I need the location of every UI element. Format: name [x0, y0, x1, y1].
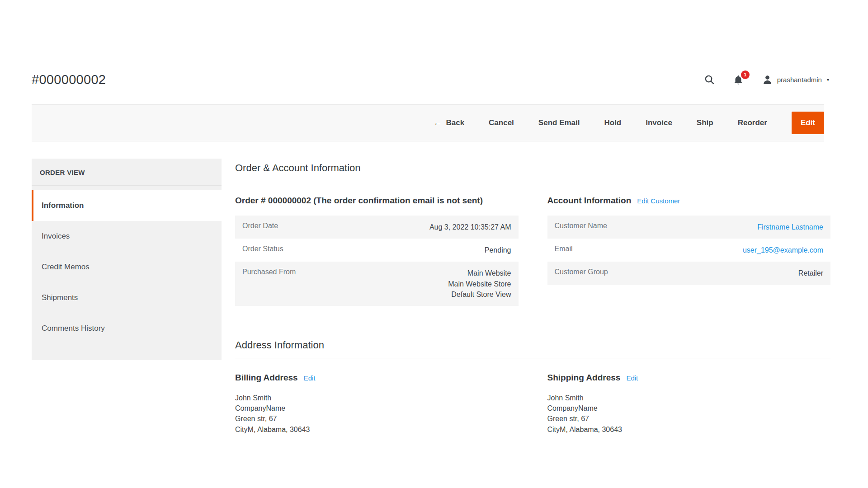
sidebar-item-information[interactable]: Information: [32, 190, 222, 221]
order-account-columns: Order # 000000002 (The order confirmatio…: [235, 196, 830, 306]
table-row: Customer Name Firstname Lastname: [547, 216, 831, 239]
address-line: Green str, 67: [235, 413, 519, 424]
sidebar-item-label: Shipments: [42, 293, 78, 302]
address-line: CompanyName: [235, 403, 519, 413]
page-title: #000000002: [32, 72, 106, 87]
sidebar-item-label: Invoices: [42, 232, 70, 240]
sidebar-nav: Information Invoices Credit Memos Shipme…: [32, 186, 222, 344]
row-label: Customer Group: [547, 262, 666, 285]
send-email-button[interactable]: Send Email: [538, 118, 580, 127]
sidebar-item-comments-history[interactable]: Comments History: [32, 313, 222, 344]
edit-customer-link[interactable]: Edit Customer: [637, 197, 680, 205]
edit-button[interactable]: Edit: [792, 112, 824, 134]
address-line: Green str, 67: [547, 413, 831, 424]
row-value: Retailer: [666, 262, 830, 285]
user-icon: [762, 74, 773, 85]
edit-shipping-address-link[interactable]: Edit: [626, 374, 638, 382]
address-line: John Smith: [547, 393, 831, 403]
store-line: Default Store View: [361, 289, 511, 300]
edit-billing-address-link[interactable]: Edit: [304, 374, 316, 382]
address-section-heading: Address Information: [235, 336, 830, 358]
main-panel: Order & Account Information Order # 0000…: [235, 159, 830, 435]
back-button[interactable]: ← Back: [433, 118, 464, 128]
account-info-table: Customer Name Firstname Lastname Email u…: [547, 216, 831, 285]
hold-label: Hold: [604, 118, 621, 127]
billing-address-text: John Smith CompanyName Green str, 67 Cit…: [235, 393, 519, 435]
search-icon: [704, 75, 715, 85]
sidebar-item-credit-memos[interactable]: Credit Memos: [32, 252, 222, 282]
order-info-title: Order # 000000002 (The order confirmatio…: [235, 196, 483, 206]
table-row: Email user_195@example.com: [547, 239, 831, 262]
page-header: #000000002 1: [0, 0, 868, 87]
order-info-subhead: Order # 000000002 (The order confirmatio…: [235, 196, 519, 206]
order-toolbar: ← Back Cancel Send Email Hold Invoice Sh…: [32, 104, 824, 141]
notifications-button[interactable]: 1: [733, 75, 744, 85]
username: prashantadmin: [777, 76, 822, 84]
row-value: Main Website Main Website Store Default …: [354, 262, 518, 306]
order-info-table: Order Date Aug 3, 2022 10:35:27 AM Order…: [235, 216, 519, 306]
header-actions: 1 prashantadmin ▾: [704, 74, 829, 85]
store-line: Main Website: [361, 268, 511, 278]
send-email-label: Send Email: [538, 118, 580, 127]
row-label: Email: [547, 239, 666, 262]
sidebar-item-shipments[interactable]: Shipments: [32, 282, 222, 313]
order-information-block: Order # 000000002 (The order confirmatio…: [235, 196, 519, 306]
shipping-address-subhead: Shipping Address Edit: [547, 373, 831, 383]
sidebar-title: ORDER VIEW: [32, 159, 222, 186]
shipping-address-block: Shipping Address Edit John Smith Company…: [547, 373, 831, 435]
table-row: Customer Group Retailer: [547, 262, 831, 285]
order-account-section-heading: Order & Account Information: [235, 159, 830, 181]
store-line: Main Website Store: [361, 279, 511, 289]
invoice-label: Invoice: [646, 118, 672, 127]
cancel-label: Cancel: [489, 118, 514, 127]
user-menu[interactable]: prashantadmin ▾: [762, 74, 829, 85]
content: ORDER VIEW Information Invoices Credit M…: [32, 159, 830, 435]
table-row: Order Date Aug 3, 2022 10:35:27 AM: [235, 216, 519, 239]
row-value: Pending: [354, 239, 518, 262]
customer-email-link[interactable]: user_195@example.com: [666, 239, 830, 262]
chevron-down-icon: ▾: [827, 77, 829, 82]
table-row: Purchased From Main Website Main Website…: [235, 262, 519, 306]
reorder-label: Reorder: [738, 118, 767, 127]
row-label: Order Date: [235, 216, 354, 239]
edit-label: Edit: [801, 118, 815, 127]
address-line: John Smith: [235, 393, 519, 403]
ship-button[interactable]: Ship: [697, 118, 713, 127]
row-label: Customer Name: [547, 216, 666, 239]
address-columns: Billing Address Edit John Smith CompanyN…: [235, 373, 830, 435]
shipping-address-title: Shipping Address: [547, 373, 621, 383]
sidebar-item-invoices[interactable]: Invoices: [32, 221, 222, 252]
account-info-subhead: Account Information Edit Customer: [547, 196, 831, 206]
cancel-button[interactable]: Cancel: [489, 118, 514, 127]
row-value: Aug 3, 2022 10:35:27 AM: [354, 216, 518, 239]
billing-address-title: Billing Address: [235, 373, 298, 383]
account-info-title: Account Information: [547, 196, 632, 206]
back-label: Back: [446, 118, 464, 127]
row-label: Order Status: [235, 239, 354, 262]
sidebar-item-label: Credit Memos: [42, 263, 90, 271]
billing-address-subhead: Billing Address Edit: [235, 373, 519, 383]
address-line: CityM, Alabama, 30643: [235, 424, 519, 435]
address-line: CityM, Alabama, 30643: [547, 424, 831, 435]
search-button[interactable]: [704, 75, 715, 85]
reorder-button[interactable]: Reorder: [738, 118, 767, 127]
hold-button[interactable]: Hold: [604, 118, 621, 127]
account-information-block: Account Information Edit Customer Custom…: [547, 196, 831, 306]
customer-name-link[interactable]: Firstname Lastname: [666, 216, 830, 239]
table-row: Order Status Pending: [235, 239, 519, 262]
shipping-address-text: John Smith CompanyName Green str, 67 Cit…: [547, 393, 831, 435]
sidebar-item-label: Comments History: [42, 324, 105, 333]
billing-address-block: Billing Address Edit John Smith CompanyN…: [235, 373, 519, 435]
address-line: CompanyName: [547, 403, 831, 413]
order-view-page: #000000002 1: [0, 0, 868, 435]
order-view-sidebar: ORDER VIEW Information Invoices Credit M…: [32, 159, 222, 360]
ship-label: Ship: [697, 118, 713, 127]
sidebar-item-label: Information: [42, 201, 84, 210]
notification-badge: 1: [741, 70, 750, 79]
back-arrow-icon: ←: [433, 118, 442, 128]
invoice-button[interactable]: Invoice: [646, 118, 672, 127]
row-label: Purchased From: [235, 262, 354, 306]
